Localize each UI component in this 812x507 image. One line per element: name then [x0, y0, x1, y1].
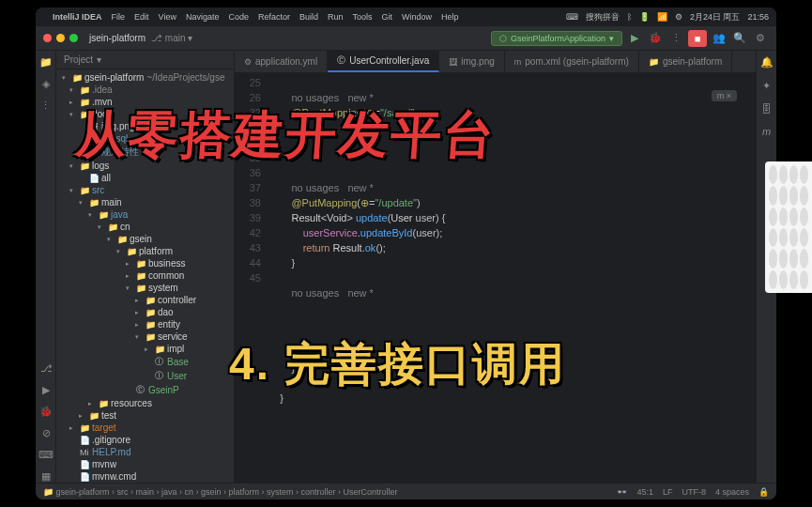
tree-item[interactable]: MiHELP.md: [56, 446, 234, 458]
menu-window[interactable]: Window: [402, 12, 432, 22]
run-button[interactable]: ▶: [626, 30, 643, 47]
tree-item[interactable]: ▸📁resources: [56, 397, 234, 409]
tree-item[interactable]: ▾📁cn: [56, 221, 234, 233]
tree-item[interactable]: ▾📁platform: [56, 245, 234, 257]
macos-menubar: IntelliJ IDEA File Edit View Navigate Co…: [36, 8, 776, 26]
debug-button[interactable]: 🐞: [647, 30, 664, 47]
menu-help[interactable]: Help: [441, 12, 459, 22]
maven-icon[interactable]: m: [762, 126, 771, 137]
editor-tab[interactable]: ⒸUserController.java: [328, 51, 439, 72]
menu-build[interactable]: Build: [299, 12, 318, 22]
window-controls: [43, 34, 78, 42]
tree-item[interactable]: ▾📁java: [56, 208, 234, 221]
run-config-icon: ⬡: [499, 34, 507, 43]
editor-tab[interactable]: 📁gsein-platform: [639, 51, 732, 72]
menu-tools[interactable]: Tools: [353, 12, 373, 22]
bluetooth-icon[interactable]: ᛒ: [627, 12, 632, 22]
tree-item[interactable]: ▾📁src: [56, 184, 234, 196]
tree-item[interactable]: 📄mvnw: [56, 458, 234, 470]
reader-mode-icon[interactable]: 👓: [617, 487, 627, 497]
status-bar: 📁 gsein-platform › src › main › java › c…: [36, 483, 776, 499]
ai-icon[interactable]: ✦: [762, 80, 771, 92]
time[interactable]: 21:56: [747, 12, 769, 22]
menu-refactor[interactable]: Refactor: [258, 12, 290, 22]
menu-edit[interactable]: Edit: [134, 12, 149, 22]
menu-run[interactable]: Run: [328, 12, 344, 22]
tree-item[interactable]: ▾📁main: [56, 196, 234, 208]
menu-view[interactable]: View: [159, 12, 176, 22]
indent[interactable]: 4 spaces: [715, 487, 749, 497]
run-configuration[interactable]: ⬡ GseinPlatformApplication ▾: [491, 31, 622, 46]
code-with-me-icon[interactable]: 👥: [711, 30, 728, 47]
tree-item[interactable]: ▸📁dao: [56, 306, 234, 318]
tree-item[interactable]: ▸📁business: [56, 257, 234, 269]
lock-icon[interactable]: 🔒: [758, 487, 769, 497]
git-tool-icon[interactable]: ⎇: [40, 362, 53, 375]
menu-navigate[interactable]: Navigate: [186, 12, 220, 22]
terminal-tool-icon[interactable]: ⌨: [38, 449, 54, 461]
tree-item[interactable]: ▾📁service: [56, 330, 234, 343]
app-name[interactable]: IntelliJ IDEA: [53, 12, 102, 22]
tree-item[interactable]: ⒸGseinP: [56, 383, 234, 397]
editor-tab[interactable]: ⚙application.yml: [235, 51, 328, 72]
close-window[interactable]: [43, 34, 52, 42]
tree-item[interactable]: 📄.gitignore: [56, 434, 234, 446]
menu-file[interactable]: File: [112, 12, 126, 22]
encoding[interactable]: UTF-8: [682, 487, 706, 497]
tree-item[interactable]: ⒾUser: [56, 369, 234, 383]
tree-item[interactable]: 📄all: [56, 172, 234, 184]
breadcrumb[interactable]: 📁 gsein-platform › src › main › java › c…: [43, 487, 398, 497]
input-method[interactable]: 搜狗拼音: [586, 11, 620, 23]
project-tool-icon[interactable]: 📁: [39, 56, 53, 69]
editor-tab[interactable]: mpom.xml (gsein-platform): [505, 51, 639, 72]
tree-item[interactable]: ▾📁system: [56, 282, 234, 294]
control-center-icon[interactable]: ⚙: [675, 12, 682, 22]
video-subtitle-overlay: 4. 完善接口调用: [229, 334, 566, 394]
chevron-down-icon: ▾: [97, 54, 101, 65]
structure-tool-icon[interactable]: ⋮: [40, 100, 51, 112]
tree-item[interactable]: ▸📁controller: [56, 294, 234, 306]
video-title-overlay: 从零搭建开发平台: [72, 101, 498, 170]
menu-code[interactable]: Code: [228, 12, 249, 22]
editor-tabs: ⚙application.ymlⒸUserController.java🖼img…: [235, 51, 756, 73]
chevron-down-icon: ▾: [609, 34, 614, 43]
wifi-icon[interactable]: 📶: [657, 12, 667, 22]
date[interactable]: 2月24日 周五: [690, 11, 741, 23]
tree-item[interactable]: ▸📁entity: [56, 318, 234, 330]
tree-item[interactable]: ⒾBase: [56, 355, 234, 369]
services-tool-icon[interactable]: ▦: [41, 470, 51, 483]
minimize-window[interactable]: [56, 34, 65, 42]
tree-item[interactable]: ▸📁test: [56, 409, 234, 422]
left-tool-rail: 📁 ◈ ⋮ ⎇ ▶ 🐞 ⊘ ⌨ ▦: [36, 51, 56, 483]
sidebar-header[interactable]: Project ▾: [56, 51, 234, 69]
tree-item[interactable]: ▸📁common: [56, 269, 234, 282]
debug-tool-icon[interactable]: 🐞: [39, 406, 53, 418]
editor-tab[interactable]: 🖼img.png: [439, 51, 505, 72]
menu-git[interactable]: Git: [382, 12, 393, 22]
battery-icon[interactable]: 🔋: [639, 12, 650, 22]
tree-item[interactable]: ▾📁.idea: [56, 84, 234, 96]
input-method-icon[interactable]: ⌨: [566, 12, 578, 22]
settings-icon[interactable]: ⚙: [752, 30, 769, 47]
run-tool-icon[interactable]: ▶: [42, 384, 50, 396]
notifications-icon[interactable]: 🔔: [760, 56, 774, 69]
annotation-palette[interactable]: [765, 161, 812, 293]
project-name[interactable]: jsein-platform: [89, 33, 146, 43]
search-icon[interactable]: 🔍: [731, 30, 748, 47]
problems-tool-icon[interactable]: ⊘: [42, 427, 51, 439]
line-separator[interactable]: LF: [663, 487, 673, 497]
tree-item[interactable]: ▾📁gsein: [56, 233, 234, 245]
ide-toolbar: jsein-platform ⎇ main ▾ ⬡ GseinPlatformA…: [36, 26, 776, 51]
tree-item[interactable]: ▸📁impl: [56, 343, 234, 355]
git-branch[interactable]: ⎇ main ▾: [151, 33, 192, 43]
commit-tool-icon[interactable]: ◈: [42, 78, 50, 90]
stop-button[interactable]: ■: [688, 30, 707, 47]
maven-badge[interactable]: m ×: [712, 90, 737, 101]
tree-item[interactable]: 📄mvnw.cmd: [56, 470, 234, 483]
tree-item[interactable]: ▸📁target: [56, 422, 234, 434]
cursor-position[interactable]: 45:1: [636, 487, 653, 497]
maximize-window[interactable]: [69, 34, 78, 42]
more-run-icon[interactable]: ⋮: [667, 30, 684, 47]
database-icon[interactable]: 🗄: [761, 103, 772, 115]
